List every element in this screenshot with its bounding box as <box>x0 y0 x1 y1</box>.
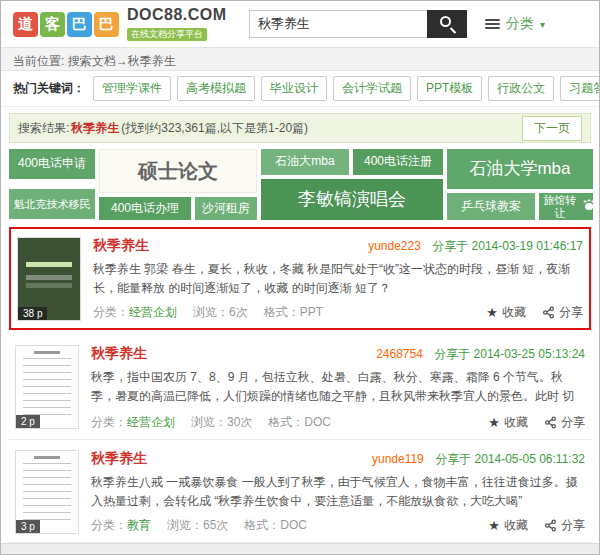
logo-tile: 客 <box>40 12 65 37</box>
chevron-down-icon: ▾ <box>540 19 545 30</box>
tag-cloud-item[interactable]: 石油大mba <box>261 149 349 175</box>
site-header: 道 客 巴 巴 DOC88.COM 在线文档分享平台 分类 ▾ <box>1 1 599 47</box>
views-value: 65次 <box>203 518 228 532</box>
result-description: 秋季养生 郭梁 春生，夏长，秋收，冬藏 秋是阳气处于“收”这一状态的时段，昼渐 … <box>93 260 583 297</box>
search-button[interactable] <box>427 10 467 38</box>
uploader-link[interactable]: 2468754 <box>376 347 423 361</box>
category-label: 分类： <box>93 305 129 319</box>
document-thumbnail[interactable]: 3 p <box>15 450 79 534</box>
share-icon <box>544 416 557 429</box>
format-label: 格式： <box>264 305 300 319</box>
star-icon: ★ <box>486 306 498 319</box>
page-count-badge: 3 p <box>16 520 40 533</box>
site-logo[interactable]: 道 客 巴 巴 DOC88.COM 在线文档分享平台 <box>13 7 227 41</box>
hot-keyword[interactable]: 毕业设计 <box>261 76 327 101</box>
hot-keyword[interactable]: 会计学试题 <box>333 76 411 101</box>
category-link[interactable]: 经营企划 <box>129 305 177 319</box>
hot-keyword[interactable]: 管理学课件 <box>93 76 171 101</box>
favorite-button[interactable]: ★收藏 <box>486 304 526 321</box>
tag-cloud-item[interactable]: 沙河租房 <box>195 197 257 220</box>
logo-tile: 道 <box>13 12 38 37</box>
result-title[interactable]: 秋季养生 <box>93 237 149 255</box>
result-bar-prefix: 搜索结果: <box>18 120 69 137</box>
next-page-button[interactable]: 下一页 <box>522 116 582 141</box>
format-label: 格式： <box>244 518 280 532</box>
breadcrumb-current: 秋季养生 <box>128 54 176 68</box>
search-icon <box>440 16 451 27</box>
result-item: 3 p 秋季养生 yunde119 分享于 2014-05-05 06:11:3… <box>9 440 591 543</box>
tag-cloud-item[interactable]: 旅馆转让 <box>539 193 593 220</box>
hot-keyword[interactable]: 行政公文 <box>488 76 554 101</box>
hot-keywords-bar: 热门关键词： 管理学课件 高考模拟题 毕业设计 会计学试题 PPT模板 行政公文… <box>1 71 599 107</box>
favorite-label: 收藏 <box>504 414 528 431</box>
tag-cloud: 400电话申请 硕士论文 石油大mba 400电话注册 石油大学mba 魁北克技… <box>9 149 591 221</box>
site-title: DOC88.COM <box>127 7 227 23</box>
hot-keyword[interactable]: 习题答案 <box>560 76 600 101</box>
breadcrumb-separator: → <box>116 54 128 68</box>
shared-date: 分享于 2014-03-25 05:13:24 <box>434 347 585 361</box>
star-icon: ★ <box>488 416 500 429</box>
share-label: 分享 <box>561 517 585 534</box>
breadcrumb-link[interactable]: 搜索文档 <box>68 54 116 68</box>
document-thumbnail[interactable]: 2 p <box>15 345 79 429</box>
views-value: 30次 <box>227 415 252 429</box>
hot-keyword[interactable]: 高考模拟题 <box>177 76 255 101</box>
format-value: DOC <box>304 415 331 429</box>
shared-date: 分享于 2014-05-05 06:11:32 <box>435 452 585 466</box>
favorite-button[interactable]: ★收藏 <box>488 517 528 534</box>
share-label: 分享 <box>561 414 585 431</box>
tag-cloud-item[interactable]: 400电话办理 <box>99 197 191 220</box>
category-link[interactable]: 教育 <box>127 518 151 532</box>
logo-tiles: 道 客 巴 巴 <box>13 12 119 37</box>
uploader-link[interactable]: yunde119 <box>372 452 424 466</box>
views-label: 浏览： <box>191 415 227 429</box>
document-thumbnail[interactable]: 38 p <box>17 237 81 321</box>
format-label: 格式： <box>268 415 304 429</box>
result-stats: (找到约323,361篇,以下是第1-20篇) <box>121 120 308 137</box>
shared-date: 分享于 2014-03-19 01:46:17 <box>432 239 583 253</box>
result-description: 秋季养生八戒 一戒暴饮暴食 一般人到了秋季，由于气候宜人，食物丰富，往往进食过多… <box>91 473 585 510</box>
page-count-badge: 2 p <box>16 415 40 428</box>
page-bottom-strip <box>1 543 599 555</box>
paw-icon <box>585 203 593 210</box>
format-value: DOC <box>280 518 307 532</box>
tag-cloud-item[interactable]: 李敏镐演唱会 <box>261 179 443 220</box>
share-button[interactable]: 分享 <box>544 517 585 534</box>
star-icon: ★ <box>488 519 500 532</box>
category-menu[interactable]: 分类 ▾ <box>485 15 545 33</box>
hot-keywords-label: 热门关键词： <box>13 80 85 97</box>
share-icon <box>544 519 557 532</box>
share-button[interactable]: 分享 <box>544 414 585 431</box>
category-link[interactable]: 经营企划 <box>127 415 175 429</box>
tag-cloud-item[interactable]: 400电话申请 <box>9 149 95 179</box>
share-button[interactable]: 分享 <box>542 304 583 321</box>
tag-cloud-item[interactable]: 魁北克技术移民 <box>9 189 95 219</box>
result-title[interactable]: 秋季养生 <box>91 345 147 363</box>
result-item: 38 p 秋季养生 yunde223 分享于 2014-03-19 01:46:… <box>9 227 591 330</box>
search-input[interactable] <box>249 10 427 38</box>
hot-keyword[interactable]: PPT模板 <box>417 76 482 101</box>
site-tagline: 在线文档分享平台 <box>127 28 207 41</box>
share-icon <box>542 306 555 319</box>
favorite-label: 收藏 <box>504 517 528 534</box>
views-label: 浏览： <box>167 518 203 532</box>
result-keyword: 秋季养生 <box>71 120 119 137</box>
uploader-link[interactable]: yunde223 <box>368 239 421 253</box>
category-menu-label: 分类 <box>506 15 534 33</box>
result-title[interactable]: 秋季养生 <box>91 450 147 468</box>
format-value: PPT <box>300 305 323 319</box>
search-results-list: 38 p 秋季养生 yunde223 分享于 2014-03-19 01:46:… <box>1 227 599 543</box>
logo-tile: 巴 <box>94 12 119 37</box>
tag-cloud-item[interactable]: 硕士论文 <box>99 149 257 193</box>
tag-cloud-item[interactable]: 石油大学mba <box>447 149 593 189</box>
views-value: 6次 <box>229 305 248 319</box>
tag-cloud-item[interactable]: 乒乓球教案 <box>447 193 535 220</box>
favorite-button[interactable]: ★收藏 <box>488 414 528 431</box>
tag-cloud-item[interactable]: 400电话注册 <box>353 149 443 175</box>
category-label: 分类： <box>91 415 127 429</box>
breadcrumb: 当前位置: 搜索文档→秋季养生 <box>1 47 599 71</box>
views-label: 浏览： <box>193 305 229 319</box>
result-description: 秋季，指中国农历 7、8、9 月，包括立秋、处暑、白露、秋分、寒露、霜降 6 个… <box>91 368 585 407</box>
site-name: DOC88.COM 在线文档分享平台 <box>127 7 227 41</box>
logo-tile: 巴 <box>67 12 92 37</box>
